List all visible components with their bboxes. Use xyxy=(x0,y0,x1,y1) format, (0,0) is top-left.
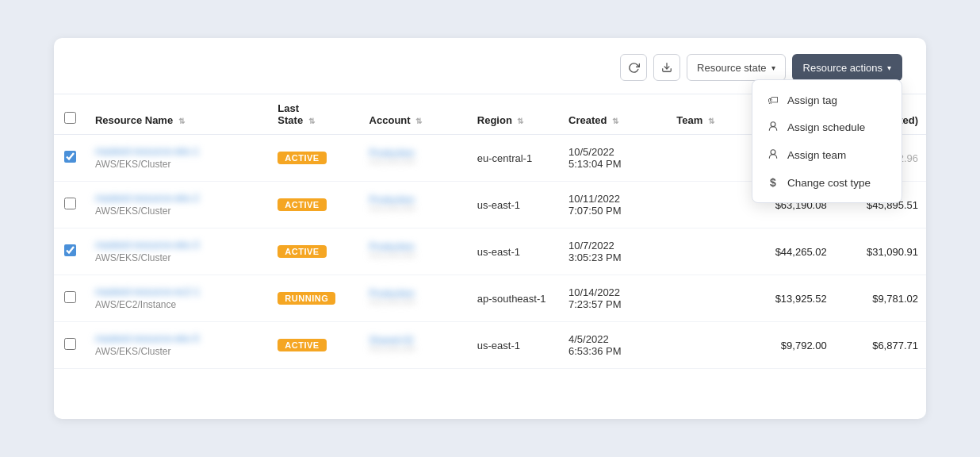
row-resource-name-cell: masked-resource-eks-5AWS/EKS/Cluster xyxy=(87,322,270,369)
row-created-cell: 10/14/20227:23:57 PM xyxy=(561,275,668,322)
state-badge: ACTIVE xyxy=(278,198,326,211)
th-team: Team ⇅ xyxy=(668,94,735,135)
monthly-cost-value: $13,925.52 xyxy=(775,293,827,305)
monthly-cost-value: $44,265.02 xyxy=(775,246,827,258)
resource-type-text: AWS/EKS/Cluster xyxy=(95,205,262,217)
row-team-cell xyxy=(668,228,735,275)
sort-icon-name[interactable]: ⇅ xyxy=(178,117,185,125)
row-resource-name-cell: masked-resource-eks-2AWS/EKS/Cluster xyxy=(87,182,270,228)
projected-cost-value: $9,781.02 xyxy=(872,293,918,305)
row-1-checkbox[interactable] xyxy=(64,198,76,209)
row-team-cell xyxy=(668,275,735,322)
row-team-cell xyxy=(668,135,735,182)
row-account-cell: Production****-****-**** xyxy=(362,275,469,322)
account-id-text: ****-****-**** xyxy=(369,205,461,215)
main-card: Resource state ▾ Resource actions ▾ 🏷 As… xyxy=(54,38,926,419)
row-4-checkbox[interactable] xyxy=(64,338,76,350)
row-region-cell: us-east-1 xyxy=(469,228,561,275)
row-projected-cell: $31,090.91 xyxy=(835,228,926,275)
row-checkbox-cell xyxy=(54,228,87,275)
projected-cost-value: $6,877.71 xyxy=(872,340,918,351)
refresh-button[interactable] xyxy=(620,54,647,81)
team-icon xyxy=(767,148,779,162)
resource-name-text: masked-resource-eks-3 xyxy=(95,240,254,251)
row-2-checkbox[interactable] xyxy=(64,244,76,256)
row-resource-name-cell: masked-resource-eks-3AWS/EKS/Cluster xyxy=(87,228,270,275)
row-region-cell: eu-central-1 xyxy=(469,135,561,182)
state-badge: ACTIVE xyxy=(278,245,326,258)
sort-icon-team[interactable]: ⇅ xyxy=(708,117,714,125)
row-region-cell: ap-southeast-1 xyxy=(469,275,561,322)
table-row: masked-resource-eks-3AWS/EKS/ClusterACTI… xyxy=(54,228,926,275)
row-team-cell xyxy=(668,322,735,369)
account-name-text: Production xyxy=(369,194,461,205)
resource-type-text: AWS/EC2/Instance xyxy=(95,299,262,310)
monthly-cost-value: $9,792.00 xyxy=(781,340,827,351)
sort-icon-created[interactable]: ⇅ xyxy=(612,117,618,125)
row-checkbox-cell xyxy=(54,182,87,228)
resource-name-text: masked-resource-ec2-1 xyxy=(95,286,254,298)
account-id-text: ****-****-**** xyxy=(369,252,461,262)
row-region-cell: us-east-1 xyxy=(469,182,561,228)
resource-name-text: masked-resource-eks-2 xyxy=(95,193,254,204)
menu-item-assign-tag[interactable]: 🏷 Assign tag xyxy=(752,86,902,113)
row-0-checkbox[interactable] xyxy=(64,151,76,163)
row-state-cell: ACTIVE xyxy=(270,182,361,228)
row-created-cell: 4/5/20226:53:36 PM xyxy=(561,322,668,369)
th-check xyxy=(54,94,87,135)
row-3-checkbox[interactable] xyxy=(64,291,76,303)
resource-type-text: AWS/EKS/Cluster xyxy=(95,252,262,263)
resource-actions-button[interactable]: Resource actions ▾ xyxy=(792,54,902,81)
resource-actions-menu: 🏷 Assign tag Assign schedule Assign team… xyxy=(752,79,902,203)
sort-icon-account[interactable]: ⇅ xyxy=(415,117,422,125)
account-id-text: ****-****-**** xyxy=(369,299,461,309)
tag-icon: 🏷 xyxy=(767,94,779,106)
table-row: masked-resource-eks-5AWS/EKS/ClusterACTI… xyxy=(54,322,926,369)
account-name-text: Production xyxy=(369,288,461,299)
menu-item-assign-tag-label: Assign tag xyxy=(787,94,837,106)
row-monthly-cost-cell: $13,925.52 xyxy=(735,275,835,322)
row-region-cell: us-east-1 xyxy=(469,322,561,369)
row-account-cell: Production****-****-**** xyxy=(362,135,469,182)
row-resource-name-cell: masked-resource-eks-1AWS/EKS/Cluster xyxy=(87,135,270,182)
sort-icon-region[interactable]: ⇅ xyxy=(517,117,523,125)
account-name-text: Production xyxy=(369,241,461,252)
state-badge: ACTIVE xyxy=(278,152,326,164)
chevron-down-icon-actions: ▾ xyxy=(887,63,891,72)
row-state-cell: ACTIVE xyxy=(270,322,361,369)
row-projected-cell: $6,877.71 xyxy=(835,322,926,369)
sort-icon-state[interactable]: ⇅ xyxy=(308,117,315,125)
svg-point-1 xyxy=(771,122,775,127)
projected-cost-value: $31,090.91 xyxy=(867,246,918,258)
select-all-checkbox[interactable] xyxy=(64,112,76,124)
resource-name-text: masked-resource-eks-1 xyxy=(95,146,254,157)
row-created-cell: 10/11/20227:07:50 PM xyxy=(561,182,668,228)
menu-item-change-cost-type-label: Change cost type xyxy=(787,177,871,189)
menu-item-change-cost-type[interactable]: $ Change cost type xyxy=(752,169,902,196)
row-checkbox-cell xyxy=(54,322,87,369)
state-badge: ACTIVE xyxy=(278,339,326,351)
menu-item-assign-team-label: Assign team xyxy=(787,149,846,161)
account-name-text: Production xyxy=(369,148,461,159)
account-id-text: ****-****-**** xyxy=(369,346,461,355)
account-id-text: ****-****-**** xyxy=(369,159,461,168)
row-projected-cell: $9,781.02 xyxy=(835,275,926,322)
resource-name-text: masked-resource-eks-5 xyxy=(95,333,254,344)
th-last-state: LastState ⇅ xyxy=(270,94,361,135)
menu-item-assign-schedule-label: Assign schedule xyxy=(787,121,865,133)
export-button[interactable] xyxy=(653,54,680,81)
row-checkbox-cell xyxy=(54,135,87,182)
cost-icon: $ xyxy=(767,176,779,189)
th-created: Created ⇅ xyxy=(561,94,668,135)
menu-item-assign-schedule[interactable]: Assign schedule xyxy=(752,113,902,141)
resource-state-label: Resource state xyxy=(697,62,766,74)
th-resource-name: Resource Name ⇅ xyxy=(87,94,270,135)
chevron-down-icon: ▾ xyxy=(771,63,775,72)
resource-actions-label: Resource actions xyxy=(803,62,882,74)
resource-state-dropdown[interactable]: Resource state ▾ xyxy=(687,54,785,81)
row-account-cell: Production****-****-**** xyxy=(362,228,469,275)
row-monthly-cost-cell: $44,265.02 xyxy=(735,228,835,275)
menu-item-assign-team[interactable]: Assign team xyxy=(752,141,902,169)
row-checkbox-cell xyxy=(54,275,87,322)
row-created-cell: 10/5/20225:13:04 PM xyxy=(561,135,668,182)
